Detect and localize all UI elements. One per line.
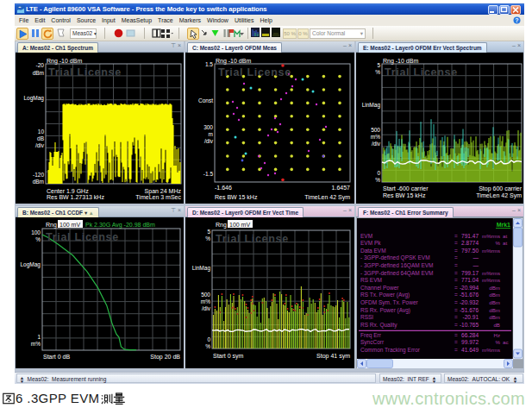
svg-text:-120: -120 <box>33 172 44 178</box>
svg-text:?: ? <box>515 17 518 23</box>
svg-text:0: 0 <box>207 336 210 342</box>
svg-text:=: = <box>454 270 458 276</box>
svg-text:SyncCorr: SyncCorr <box>360 339 385 346</box>
svg-text:m%: m% <box>201 298 210 304</box>
svg-text:Center 1.9 GHz: Center 1.9 GHz <box>47 188 89 194</box>
svg-text:%: % <box>205 235 210 242</box>
svg-text:dBm: dBm <box>489 299 500 305</box>
svg-text:=: = <box>454 233 458 239</box>
svg-text:RSSI: RSSI <box>360 314 373 320</box>
svg-text:Freq Err: Freq Err <box>360 332 382 339</box>
svg-text:LinMag: LinMag <box>362 102 381 109</box>
svg-text:LinMag: LinMag <box>192 265 211 272</box>
svg-text:m%rms: m%rms <box>482 347 500 353</box>
svg-text:Start 0 sym: Start 0 sym <box>213 353 244 360</box>
svg-text:—: — <box>473 262 479 268</box>
svg-text:Trial License: Trial License <box>48 66 122 78</box>
svg-text:500: 500 <box>371 127 380 133</box>
svg-text:2.8774: 2.8774 <box>461 240 479 246</box>
svg-text:1.6457: 1.6457 <box>332 185 351 191</box>
svg-text:%: % <box>495 339 500 345</box>
svg-text:Mrk1: Mrk1 <box>497 222 510 228</box>
svg-text:Start 0 dB: Start 0 dB <box>43 354 70 360</box>
svg-text:=: = <box>454 248 458 254</box>
svg-text:RS Tx. Power (Avg): RS Tx. Power (Avg) <box>360 292 410 298</box>
svg-text:dBm: dBm <box>489 285 500 291</box>
svg-text:m%rms: m%rms <box>482 277 500 283</box>
svg-text:RS Rx. Quality: RS Rx. Quality <box>360 322 397 329</box>
svg-text:Stop 41 sym: Stop 41 sym <box>316 353 350 360</box>
svg-text:RS EVM: RS EVM <box>360 277 382 283</box>
svg-text:41.649: 41.649 <box>461 347 479 353</box>
svg-text:m%: m% <box>371 134 380 140</box>
svg-text:-1.5: -1.5 <box>203 171 214 177</box>
svg-text:500: 500 <box>201 292 210 298</box>
svg-text:-20: -20 <box>36 62 45 68</box>
svg-text:/div: /div <box>35 142 45 148</box>
svg-text:m%rms: m%rms <box>482 248 500 254</box>
svg-text:Start -600 carrier: Start -600 carrier <box>383 185 429 191</box>
svg-text:100: 100 <box>31 229 41 235</box>
svg-text:-20.932: -20.932 <box>460 299 479 305</box>
svg-text:ac: ac <box>503 339 509 345</box>
svg-text:771.04: 771.04 <box>461 277 479 283</box>
svg-text:RS Rx. Power (Avg): RS Rx. Power (Avg) <box>360 307 410 314</box>
svg-text:EVM: EVM <box>360 233 372 239</box>
svg-text:Hz: Hz <box>493 332 500 338</box>
svg-text:Data EVM: Data EVM <box>360 248 386 254</box>
svg-text:1: 1 <box>37 334 41 340</box>
svg-text:-1.646: -1.646 <box>215 185 232 191</box>
svg-text:EVM Pk: EVM Pk <box>360 240 381 246</box>
svg-text:/div: /div <box>202 305 211 311</box>
svg-text:TimeLen 3 mSec: TimeLen 3 mSec <box>135 194 181 200</box>
svg-text:dBm: dBm <box>489 292 500 298</box>
svg-text:Stop 20 dB: Stop 20 dB <box>150 354 180 361</box>
svg-text:Res BW 1.27313 kHz: Res BW 1.27313 kHz <box>47 194 104 200</box>
svg-text:791.47: 791.47 <box>461 233 479 239</box>
svg-text:=: = <box>454 314 458 320</box>
svg-text:Rng: Rng <box>216 222 227 229</box>
svg-text:- 3GPP-defined 64QAM EVM: - 3GPP-defined 64QAM EVM <box>360 270 434 277</box>
svg-text:=: = <box>454 299 458 305</box>
svg-text:LogMag: LogMag <box>21 261 41 268</box>
svg-text:dBm: dBm <box>33 70 44 76</box>
svg-text:=: = <box>454 277 458 283</box>
svg-text:m%rms: m%rms <box>482 233 500 239</box>
svg-text:dB: dB <box>37 135 44 141</box>
svg-text:—: — <box>473 254 479 260</box>
svg-text:%: % <box>495 240 500 246</box>
svg-text:=: = <box>454 339 458 345</box>
svg-text:Trial License: Trial License <box>216 233 289 245</box>
svg-text:Res BW 15 kHz: Res BW 15 kHz <box>215 194 258 200</box>
svg-text:10: 10 <box>38 129 45 135</box>
svg-text:5: 5 <box>377 62 380 68</box>
svg-text:TimeLen 42 Sym: TimeLen 42 Sym <box>304 194 350 201</box>
svg-text:100 mV: 100 mV <box>59 222 80 228</box>
svg-text:100 mV: 100 mV <box>229 222 250 228</box>
svg-text:Stop 600 carrier: Stop 600 carrier <box>479 185 522 192</box>
svg-text:Const: Const <box>198 97 213 104</box>
svg-text:=: = <box>454 240 458 246</box>
svg-text:-10.765: -10.765 <box>460 322 479 328</box>
svg-text:300: 300 <box>203 124 213 130</box>
svg-text:Common Tracking Error: Common Tracking Error <box>360 347 421 354</box>
svg-text:-20.994: -20.994 <box>460 285 479 291</box>
svg-text:dBm: dBm <box>489 307 500 313</box>
svg-text:Channel Power: Channel Power <box>360 285 399 291</box>
svg-text:Res BW 15 kHz: Res BW 15 kHz <box>383 192 426 198</box>
svg-text:Trial License: Trial License <box>218 66 291 78</box>
svg-text:=: = <box>454 332 458 338</box>
svg-text:=: = <box>454 347 458 353</box>
svg-text:m%rms: m%rms <box>482 270 500 276</box>
svg-text:- 3GPP-defined 16QAM EVM: - 3GPP-defined 16QAM EVM <box>360 262 434 269</box>
svg-text:/div: /div <box>372 141 381 147</box>
svg-text:at: at <box>503 233 507 239</box>
svg-text:dB: dB <box>493 322 500 328</box>
svg-text:Rng: Rng <box>46 222 57 229</box>
svg-text:at: at <box>503 240 507 246</box>
svg-text:=: = <box>454 322 458 328</box>
svg-text:1.5: 1.5 <box>205 61 213 67</box>
svg-text:%: % <box>375 177 380 183</box>
svg-text:=: = <box>454 262 458 268</box>
svg-text:=: = <box>454 285 458 291</box>
